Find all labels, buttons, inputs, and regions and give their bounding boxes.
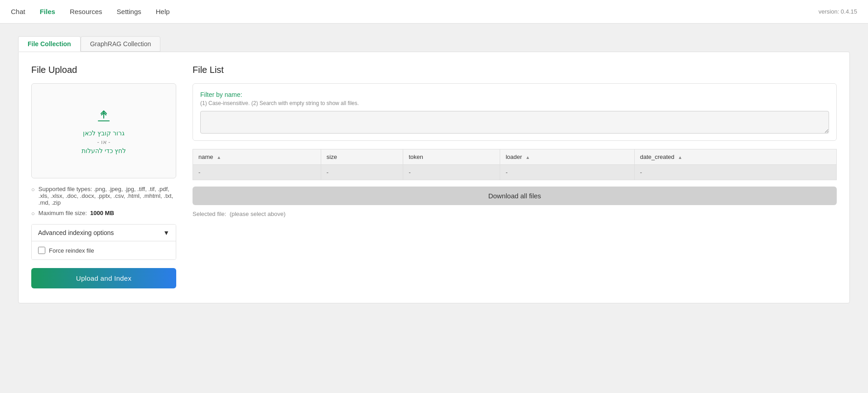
- upload-icon: [96, 107, 112, 125]
- download-all-button[interactable]: Download all files: [193, 187, 837, 205]
- col-date-created[interactable]: date_created ▲: [634, 149, 836, 165]
- version-label: version: 0.4.15: [819, 8, 857, 15]
- advanced-options-body: Force reindex file: [32, 241, 176, 259]
- tab-graphrag-collection[interactable]: GraphRAG Collection: [81, 36, 161, 52]
- col-loader[interactable]: loader ▲: [500, 149, 634, 165]
- file-table: name ▲ size token loader ▲: [193, 149, 837, 180]
- upload-drag-text: גרור קובץ לכאן: [83, 129, 125, 137]
- nav-chat[interactable]: Chat: [11, 6, 25, 17]
- bullet-icon-2: ○: [31, 210, 35, 217]
- upload-zone[interactable]: גרור קובץ לכאן - או - לחץ כדי להעלות: [31, 83, 176, 178]
- filter-hint: (1) Case-insensitive. (2) Search with em…: [200, 100, 829, 106]
- tab-file-collection[interactable]: File Collection: [18, 36, 81, 52]
- supported-files-item: ○ Supported file types: .png, .jpeg, .jp…: [31, 186, 176, 206]
- col-size[interactable]: size: [321, 149, 403, 165]
- force-reindex-row: Force reindex file: [38, 247, 169, 254]
- upload-click-text: לחץ כדי להעלות: [82, 147, 126, 154]
- cell-date-created: -: [634, 165, 836, 180]
- cell-loader: -: [500, 165, 634, 180]
- selected-file-label: Selected file: (please select above): [193, 211, 837, 217]
- nav-files[interactable]: Files: [40, 6, 55, 17]
- table-row[interactable]: - - - - -: [193, 165, 837, 180]
- selected-file-value: (please select above): [230, 211, 286, 217]
- advanced-options-label: Advanced indexing options: [38, 229, 114, 236]
- sort-arrow-loader: ▲: [526, 155, 530, 160]
- table-header-row: name ▲ size token loader ▲: [193, 149, 837, 165]
- max-size-item: ○ Maximum file size: 1000 MB: [31, 210, 176, 217]
- chevron-down-icon: ▼: [163, 229, 169, 236]
- advanced-options-header[interactable]: Advanced indexing options ▼: [32, 225, 176, 241]
- file-list-title: File List: [193, 65, 837, 75]
- force-reindex-checkbox[interactable]: [38, 247, 45, 254]
- nav-settings[interactable]: Settings: [117, 6, 141, 17]
- filter-section: Filter by name: (1) Case-insensitive. (2…: [193, 83, 837, 141]
- upload-and-index-button[interactable]: Upload and Index: [31, 268, 176, 288]
- filter-input[interactable]: [200, 111, 829, 134]
- right-panel: File List Filter by name: (1) Case-insen…: [193, 65, 837, 288]
- supported-files-text: Supported file types: .png, .jpeg, .jpg,…: [39, 186, 176, 206]
- left-panel: File Upload גרור קובץ לכאן - או - לחץ כד…: [31, 65, 176, 288]
- main-card: File Upload גרור קובץ לכאן - או - לחץ כד…: [18, 52, 850, 303]
- cell-name: -: [193, 165, 321, 180]
- nav-help[interactable]: Help: [156, 6, 170, 17]
- main-content: File Collection GraphRAG Collection File…: [0, 24, 868, 316]
- top-nav: Chat Files Resources Settings Help versi…: [0, 0, 868, 24]
- cell-token: -: [403, 165, 500, 180]
- col-token[interactable]: token: [403, 149, 500, 165]
- info-list: ○ Supported file types: .png, .jpeg, .jp…: [31, 186, 176, 217]
- cell-size: -: [321, 165, 403, 180]
- sort-arrow-name: ▲: [217, 155, 221, 160]
- max-size-value: 1000 MB: [90, 210, 114, 216]
- advanced-options: Advanced indexing options ▼ Force reinde…: [31, 224, 176, 260]
- max-size-text: Maximum file size: 1000 MB: [39, 210, 114, 216]
- sort-arrow-date: ▲: [678, 155, 682, 160]
- bullet-icon: ○: [31, 186, 35, 193]
- filter-label: Filter by name:: [200, 91, 829, 98]
- force-reindex-label[interactable]: Force reindex file: [49, 247, 94, 254]
- tabs-row: File Collection GraphRAG Collection: [18, 36, 850, 52]
- upload-or-text: - או -: [97, 139, 111, 145]
- nav-resources[interactable]: Resources: [70, 6, 102, 17]
- file-upload-title: File Upload: [31, 65, 176, 75]
- col-name[interactable]: name ▲: [193, 149, 321, 165]
